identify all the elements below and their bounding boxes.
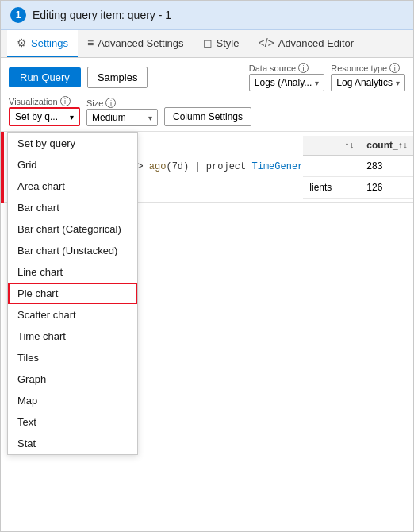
nav-tabs: ⚙ Settings ≡ Advanced Settings ◻ Style <… bbox=[1, 30, 413, 58]
chevron-down-icon: ▾ bbox=[315, 79, 319, 87]
dropdown-item-area-chart[interactable]: Area chart bbox=[8, 175, 137, 197]
visualization-group: Visualization i Set by q... ▾ bbox=[9, 96, 80, 126]
data-table: ↑↓ count_↑↓ 283 lients 126 bbox=[303, 136, 413, 199]
main-content: Logs (Analytics) Query TimeGenerated > a… bbox=[1, 132, 413, 203]
size-dropdown[interactable]: Medium ▾ bbox=[86, 109, 158, 126]
dropdown-item-set-by-query[interactable]: Set by query bbox=[8, 133, 137, 154]
data-source-dropdown[interactable]: Logs (Analy... ▾ bbox=[249, 74, 324, 91]
table-row: 283 bbox=[303, 156, 413, 177]
visualization-info-icon[interactable]: i bbox=[60, 96, 71, 106]
samples-button[interactable]: Samples bbox=[87, 67, 148, 88]
table-row: lients 126 bbox=[303, 177, 413, 199]
toolbar-row1: Run Query Samples Data source i Logs (An… bbox=[9, 63, 405, 91]
dropdown-item-graph[interactable]: Graph bbox=[8, 368, 137, 390]
visualization-dropdown-menu: Set by query Grid Area chart Bar chart B… bbox=[7, 132, 138, 455]
column-settings-button[interactable]: Column Settings bbox=[164, 107, 251, 126]
dropdown-item-bar-chart[interactable]: Bar chart bbox=[8, 197, 137, 218]
dropdown-item-stat[interactable]: Stat bbox=[8, 433, 137, 454]
run-query-button[interactable]: Run Query bbox=[9, 67, 81, 87]
dropdown-item-grid[interactable]: Grid bbox=[8, 154, 137, 175]
dropdown-item-text[interactable]: Text bbox=[8, 411, 137, 433]
toolbar-row2: Visualization i Set by q... ▾ Size i Med… bbox=[9, 96, 405, 126]
dropdown-item-tiles[interactable]: Tiles bbox=[8, 347, 137, 368]
title-bar: 1 Editing query item: query - 1 bbox=[1, 1, 413, 30]
dropdown-item-line-chart[interactable]: Line chart bbox=[8, 261, 137, 283]
chevron-down-icon: ▾ bbox=[148, 114, 152, 122]
table-header-count[interactable]: count_↑↓ bbox=[360, 136, 413, 156]
advanced-settings-icon: ≡ bbox=[87, 37, 94, 49]
settings-icon: ⚙ bbox=[17, 37, 27, 49]
resource-type-group: Resource type i Log Analytics ▾ bbox=[331, 63, 405, 91]
size-group: Size i Medium ▾ bbox=[86, 98, 158, 126]
style-icon: ◻ bbox=[203, 37, 213, 49]
toolbar: Run Query Samples Data source i Logs (An… bbox=[1, 58, 413, 132]
dropdown-item-time-chart[interactable]: Time chart bbox=[8, 326, 137, 347]
dropdown-item-bar-chart-categorical[interactable]: Bar chart (Categorical) bbox=[8, 218, 137, 240]
resource-type-info-icon[interactable]: i bbox=[389, 63, 400, 73]
data-source-group: Data source i Logs (Analy... ▾ bbox=[249, 63, 324, 91]
dropdown-item-map[interactable]: Map bbox=[8, 390, 137, 411]
tab-settings[interactable]: ⚙ Settings bbox=[7, 30, 78, 57]
data-source-info-icon[interactable]: i bbox=[298, 63, 309, 73]
size-info-icon[interactable]: i bbox=[105, 98, 116, 108]
dropdown-item-pie-chart[interactable]: Pie chart bbox=[8, 283, 137, 304]
size-label: Size i bbox=[86, 98, 158, 108]
visualization-label: Visualization i bbox=[9, 96, 80, 106]
visualization-dropdown[interactable]: Set by q... ▾ bbox=[9, 107, 80, 126]
badge-number: 1 bbox=[10, 7, 26, 23]
dropdown-item-bar-chart-unstacked[interactable]: Bar chart (Unstacked) bbox=[8, 240, 137, 261]
tab-style[interactable]: ◻ Style bbox=[194, 30, 249, 57]
resource-type-label: Resource type i bbox=[331, 63, 405, 73]
data-source-label: Data source i bbox=[249, 63, 324, 73]
table-header-col2[interactable]: ↑↓ bbox=[338, 136, 360, 156]
resource-type-dropdown[interactable]: Log Analytics ▾ bbox=[331, 74, 405, 91]
tab-advanced-settings[interactable]: ≡ Advanced Settings bbox=[78, 30, 194, 57]
advanced-editor-icon: </> bbox=[258, 37, 274, 49]
page-title: Editing query item: query - 1 bbox=[33, 9, 171, 21]
table-header-col1 bbox=[303, 136, 338, 156]
chevron-down-icon: ▾ bbox=[70, 113, 74, 121]
chevron-down-icon: ▾ bbox=[396, 79, 400, 87]
dropdown-item-scatter-chart[interactable]: Scatter chart bbox=[8, 304, 137, 326]
tab-advanced-editor[interactable]: </> Advanced Editor bbox=[248, 30, 363, 57]
